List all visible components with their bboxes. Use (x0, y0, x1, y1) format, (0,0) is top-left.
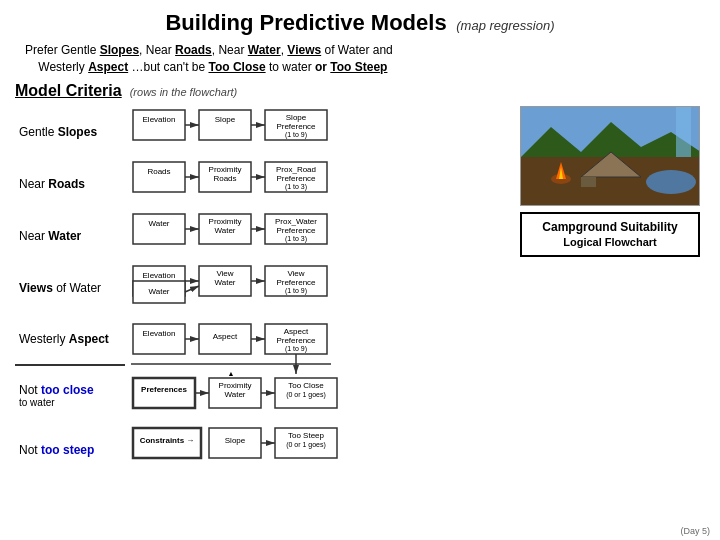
title-area: Building Predictive Models (map regressi… (15, 10, 705, 36)
svg-text:Aspect: Aspect (213, 332, 238, 341)
intro-slopes: Slopes (100, 43, 139, 57)
legend-subtitle: Logical Flowchart (528, 235, 692, 249)
criteria-westerly-aspect: Westerly Aspect (15, 314, 125, 366)
intro-line2: Westerly Aspect …but can't be Too Close … (25, 60, 387, 74)
svg-text:Constraints →: Constraints → (140, 436, 195, 445)
model-criteria-header: Model Criteria (rows in the flowchart) (15, 82, 705, 100)
criteria-views-water: Views of Water (15, 262, 125, 314)
legend-title: Campground Suitability (528, 220, 692, 236)
svg-text:Proximity: Proximity (209, 217, 242, 226)
page-number: (Day 5) (680, 526, 710, 536)
svg-text:(0 or 1 goes): (0 or 1 goes) (286, 441, 326, 449)
criteria-labels: Gentle Slopes Near Roads Near Water View… (15, 106, 125, 489)
intro-too-steep: Too Steep (330, 60, 387, 74)
content-layout: Gentle Slopes Near Roads Near Water View… (15, 106, 507, 489)
intro-views: Views (287, 43, 321, 57)
right-section: Campground Suitability Logical Flowchart (515, 106, 705, 489)
svg-text:Aspect: Aspect (284, 327, 309, 336)
svg-text:Slope: Slope (225, 436, 246, 445)
page-container: Building Predictive Models (map regressi… (0, 0, 720, 540)
criteria-gentle-slopes: Gentle Slopes (15, 106, 125, 158)
svg-text:Slope: Slope (215, 115, 236, 124)
svg-text:Proximity: Proximity (219, 381, 252, 390)
svg-text:Roads: Roads (213, 174, 236, 183)
intro-or: or (315, 60, 327, 74)
criteria-not-too-steep: Not too steep (15, 424, 125, 476)
svg-marker-82 (581, 177, 596, 187)
svg-text:Elevation: Elevation (143, 329, 176, 338)
svg-text:Too Steep: Too Steep (288, 431, 325, 440)
intro-too-close: Too Close (208, 60, 265, 74)
svg-text:Slope: Slope (286, 113, 307, 122)
page-subtitle: (map regression) (456, 18, 554, 33)
svg-line-38 (185, 286, 199, 292)
svg-text:Water: Water (148, 287, 169, 296)
svg-text:Preference: Preference (276, 226, 316, 235)
model-criteria-subtitle: (rows in the flowchart) (130, 86, 238, 98)
svg-text:Preference: Preference (276, 122, 316, 131)
svg-text:Water: Water (224, 390, 245, 399)
intro-text: Prefer Gentle Slopes, Near Roads, Near W… (15, 42, 705, 76)
left-section: Gentle Slopes Near Roads Near Water View… (15, 106, 507, 489)
photo-svg (521, 107, 700, 206)
svg-text:(1 to 9): (1 to 9) (285, 131, 307, 139)
legend-box: Campground Suitability Logical Flowchart (520, 212, 700, 258)
svg-text:View: View (216, 269, 233, 278)
intro-roads: Roads (175, 43, 212, 57)
svg-text:(1 to 3): (1 to 3) (285, 235, 307, 243)
intro-aspect: Aspect (88, 60, 128, 74)
svg-text:Elevation: Elevation (143, 271, 176, 280)
svg-text:Too Close: Too Close (288, 381, 324, 390)
svg-text:(0 or 1 goes): (0 or 1 goes) (286, 391, 326, 399)
flowchart-svg: Elevation Slope Slope Preference (1 to 9… (131, 106, 441, 486)
svg-text:Preference: Preference (276, 174, 316, 183)
page-title: Building Predictive Models (165, 10, 446, 35)
svg-text:Water: Water (148, 219, 169, 228)
svg-text:(1 to 9): (1 to 9) (285, 345, 307, 353)
svg-text:▲: ▲ (228, 370, 235, 377)
criteria-near-roads: Near Roads (15, 158, 125, 210)
svg-text:View: View (287, 269, 304, 278)
svg-point-86 (646, 170, 696, 194)
model-criteria-title: Model Criteria (15, 82, 122, 100)
campground-photo (520, 106, 700, 206)
criteria-not-too-close: Not too close to water (15, 368, 125, 424)
svg-text:Prox_Road: Prox_Road (276, 165, 316, 174)
svg-text:Preferences: Preferences (141, 385, 187, 394)
svg-text:Water: Water (214, 278, 235, 287)
svg-text:Prox_Water: Prox_Water (275, 217, 317, 226)
svg-text:Elevation: Elevation (143, 115, 176, 124)
svg-text:Water: Water (214, 226, 235, 235)
svg-text:Preference: Preference (276, 278, 316, 287)
intro-line1: Prefer Gentle Slopes, Near Roads, Near W… (25, 43, 393, 57)
svg-text:Roads: Roads (147, 167, 170, 176)
svg-text:Proximity: Proximity (209, 165, 242, 174)
flowchart-area: Elevation Slope Slope Preference (1 to 9… (131, 106, 507, 489)
svg-text:(1 to 3): (1 to 3) (285, 183, 307, 191)
svg-text:(1 to 9): (1 to 9) (285, 287, 307, 295)
svg-text:Preference: Preference (276, 336, 316, 345)
intro-water: Water (248, 43, 281, 57)
main-content: Gentle Slopes Near Roads Near Water View… (15, 106, 705, 489)
criteria-near-water: Near Water (15, 210, 125, 262)
svg-rect-87 (676, 107, 691, 157)
